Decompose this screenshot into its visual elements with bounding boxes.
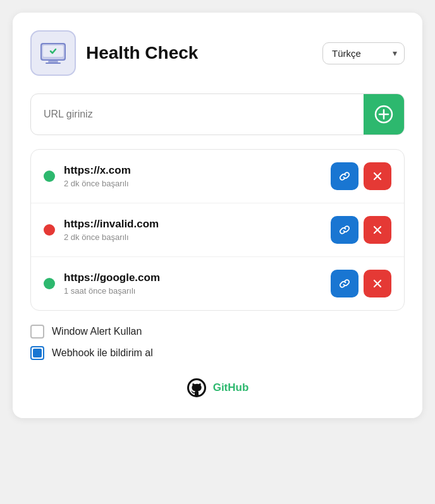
- url-info: https://invalid.com 2 dk önce başarılı: [64, 218, 322, 242]
- url-info: https://google.com 1 saat önce başarılı: [64, 272, 322, 296]
- checkbox-section: Window Alert KullanWebhook ile bildirim …: [30, 325, 405, 360]
- url-text: https://google.com: [64, 272, 322, 284]
- github-link[interactable]: GitHub: [213, 381, 249, 394]
- checkbox-window-alert[interactable]: [30, 325, 44, 339]
- url-actions: [331, 216, 391, 244]
- header-left: Health Check: [30, 30, 198, 76]
- svg-rect-3: [48, 61, 58, 63]
- footer: GitHub: [30, 378, 405, 398]
- url-meta: 2 dk önce başarılı: [64, 179, 322, 188]
- status-dot: [44, 224, 55, 236]
- link-icon: [338, 277, 351, 290]
- url-input[interactable]: [31, 97, 364, 131]
- language-select[interactable]: Türkçe English Deutsch: [322, 42, 405, 64]
- link-button[interactable]: [331, 162, 358, 190]
- checkbox-row: Webhook ile bildirim al: [30, 346, 405, 360]
- link-icon: [338, 170, 351, 183]
- close-icon: [371, 277, 384, 290]
- github-icon: [187, 378, 207, 398]
- checkbox-label-window-alert: Window Alert Kullan: [52, 326, 142, 337]
- main-card: Health Check Türkçe English Deutsch http…: [13, 13, 422, 418]
- url-item: https://invalid.com 2 dk önce başarılı: [31, 203, 404, 257]
- url-text: https://x.com: [64, 164, 322, 177]
- status-dot: [44, 171, 55, 182]
- delete-button[interactable]: [364, 162, 391, 190]
- url-item: https://google.com 1 saat önce başarılı: [31, 257, 404, 310]
- header: Health Check Türkçe English Deutsch: [30, 30, 405, 76]
- link-icon: [338, 224, 351, 236]
- url-item: https://x.com 2 dk önce başarılı: [31, 150, 404, 203]
- link-button[interactable]: [331, 270, 358, 297]
- add-icon: [374, 105, 393, 124]
- url-text: https://invalid.com: [64, 218, 322, 231]
- checkbox-label-webhook: Webhook ile bildirim al: [52, 347, 153, 359]
- link-button[interactable]: [331, 216, 358, 244]
- language-selector-wrapper[interactable]: Türkçe English Deutsch: [322, 42, 405, 64]
- url-list: https://x.com 2 dk önce başarılı: [30, 149, 405, 311]
- close-icon: [371, 224, 384, 236]
- url-meta: 1 saat önce başarılı: [64, 286, 322, 296]
- url-info: https://x.com 2 dk önce başarılı: [64, 164, 322, 188]
- url-actions: [331, 270, 391, 297]
- checkbox-webhook[interactable]: [30, 346, 44, 360]
- checkbox-row: Window Alert Kullan: [30, 325, 405, 339]
- close-icon: [371, 170, 384, 183]
- url-meta: 2 dk önce başarılı: [64, 232, 322, 242]
- delete-button[interactable]: [364, 270, 391, 297]
- url-input-row: [30, 93, 405, 135]
- status-dot: [44, 278, 55, 289]
- svg-rect-4: [46, 63, 61, 64]
- app-title: Health Check: [86, 43, 198, 63]
- add-url-button[interactable]: [364, 94, 404, 135]
- url-actions: [331, 162, 391, 190]
- app-icon: [30, 30, 76, 76]
- delete-button[interactable]: [364, 216, 391, 244]
